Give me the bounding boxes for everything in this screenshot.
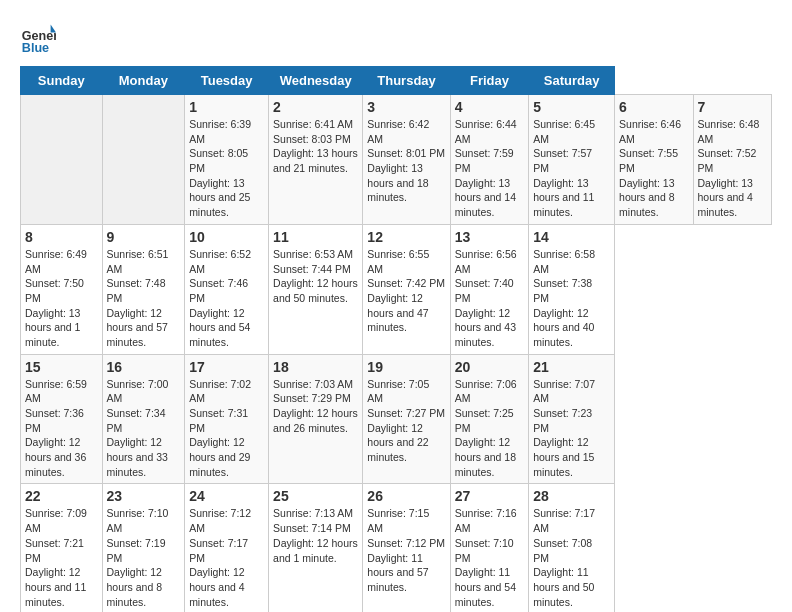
day-number: 7: [698, 99, 768, 115]
day-number: 13: [455, 229, 524, 245]
calendar-day-cell: 22 Sunrise: 7:09 AMSunset: 7:21 PMDaylig…: [21, 484, 103, 612]
day-content: Sunrise: 7:10 AMSunset: 7:19 PMDaylight:…: [107, 506, 181, 609]
calendar-day-cell: 16 Sunrise: 7:00 AMSunset: 7:34 PMDaylig…: [102, 354, 185, 484]
calendar-day-cell: 3 Sunrise: 6:42 AMSunset: 8:01 PMDayligh…: [363, 95, 450, 225]
weekday-header: Monday: [102, 67, 185, 95]
calendar-day-cell: 14 Sunrise: 6:58 AMSunset: 7:38 PMDaylig…: [529, 224, 615, 354]
weekday-header: Wednesday: [269, 67, 363, 95]
calendar-body: 1 Sunrise: 6:39 AMSunset: 8:05 PMDayligh…: [21, 95, 772, 613]
day-number: 28: [533, 488, 610, 504]
day-number: 9: [107, 229, 181, 245]
calendar-day-cell: [21, 95, 103, 225]
day-number: 20: [455, 359, 524, 375]
day-content: Sunrise: 7:06 AMSunset: 7:25 PMDaylight:…: [455, 377, 524, 480]
day-content: Sunrise: 6:45 AMSunset: 7:57 PMDaylight:…: [533, 117, 610, 220]
day-number: 2: [273, 99, 358, 115]
day-content: Sunrise: 6:39 AMSunset: 8:05 PMDaylight:…: [189, 117, 264, 220]
day-number: 1: [189, 99, 264, 115]
day-number: 17: [189, 359, 264, 375]
calendar-day-cell: 20 Sunrise: 7:06 AMSunset: 7:25 PMDaylig…: [450, 354, 528, 484]
calendar-day-cell: 25 Sunrise: 7:13 AMSunset: 7:14 PMDaylig…: [269, 484, 363, 612]
day-number: 10: [189, 229, 264, 245]
calendar-header-row: SundayMondayTuesdayWednesdayThursdayFrid…: [21, 67, 772, 95]
day-content: Sunrise: 6:53 AMSunset: 7:44 PMDaylight:…: [273, 247, 358, 306]
calendar-day-cell: 2 Sunrise: 6:41 AMSunset: 8:03 PMDayligh…: [269, 95, 363, 225]
calendar-day-cell: 10 Sunrise: 6:52 AMSunset: 7:46 PMDaylig…: [185, 224, 269, 354]
day-number: 23: [107, 488, 181, 504]
day-content: Sunrise: 7:05 AMSunset: 7:27 PMDaylight:…: [367, 377, 445, 465]
weekday-header: Sunday: [21, 67, 103, 95]
calendar-day-cell: 15 Sunrise: 6:59 AMSunset: 7:36 PMDaylig…: [21, 354, 103, 484]
day-number: 22: [25, 488, 98, 504]
day-number: 25: [273, 488, 358, 504]
day-number: 3: [367, 99, 445, 115]
calendar-day-cell: 4 Sunrise: 6:44 AMSunset: 7:59 PMDayligh…: [450, 95, 528, 225]
day-content: Sunrise: 7:15 AMSunset: 7:12 PMDaylight:…: [367, 506, 445, 594]
calendar-day-cell: [102, 95, 185, 225]
weekday-header: Tuesday: [185, 67, 269, 95]
calendar-day-cell: 7 Sunrise: 6:48 AMSunset: 7:52 PMDayligh…: [693, 95, 772, 225]
logo-icon: General Blue: [20, 20, 56, 56]
weekday-header: Saturday: [529, 67, 615, 95]
day-content: Sunrise: 6:58 AMSunset: 7:38 PMDaylight:…: [533, 247, 610, 350]
weekday-header: Thursday: [363, 67, 450, 95]
calendar-day-cell: 21 Sunrise: 7:07 AMSunset: 7:23 PMDaylig…: [529, 354, 615, 484]
calendar-day-cell: 9 Sunrise: 6:51 AMSunset: 7:48 PMDayligh…: [102, 224, 185, 354]
calendar-table: SundayMondayTuesdayWednesdayThursdayFrid…: [20, 66, 772, 612]
calendar-day-cell: 24 Sunrise: 7:12 AMSunset: 7:17 PMDaylig…: [185, 484, 269, 612]
calendar-week-row: 15 Sunrise: 6:59 AMSunset: 7:36 PMDaylig…: [21, 354, 772, 484]
day-number: 15: [25, 359, 98, 375]
day-number: 19: [367, 359, 445, 375]
day-number: 16: [107, 359, 181, 375]
day-number: 24: [189, 488, 264, 504]
day-number: 8: [25, 229, 98, 245]
day-content: Sunrise: 7:07 AMSunset: 7:23 PMDaylight:…: [533, 377, 610, 480]
day-content: Sunrise: 7:02 AMSunset: 7:31 PMDaylight:…: [189, 377, 264, 480]
day-number: 5: [533, 99, 610, 115]
day-content: Sunrise: 6:51 AMSunset: 7:48 PMDaylight:…: [107, 247, 181, 350]
day-number: 12: [367, 229, 445, 245]
day-content: Sunrise: 7:12 AMSunset: 7:17 PMDaylight:…: [189, 506, 264, 609]
calendar-day-cell: 28 Sunrise: 7:17 AMSunset: 7:08 PMDaylig…: [529, 484, 615, 612]
calendar-week-row: 22 Sunrise: 7:09 AMSunset: 7:21 PMDaylig…: [21, 484, 772, 612]
day-number: 18: [273, 359, 358, 375]
day-number: 26: [367, 488, 445, 504]
day-content: Sunrise: 7:09 AMSunset: 7:21 PMDaylight:…: [25, 506, 98, 609]
day-content: Sunrise: 6:55 AMSunset: 7:42 PMDaylight:…: [367, 247, 445, 335]
day-content: Sunrise: 6:41 AMSunset: 8:03 PMDaylight:…: [273, 117, 358, 176]
svg-text:Blue: Blue: [22, 41, 49, 55]
day-content: Sunrise: 6:48 AMSunset: 7:52 PMDaylight:…: [698, 117, 768, 220]
day-content: Sunrise: 7:17 AMSunset: 7:08 PMDaylight:…: [533, 506, 610, 609]
calendar-day-cell: 26 Sunrise: 7:15 AMSunset: 7:12 PMDaylig…: [363, 484, 450, 612]
day-content: Sunrise: 6:52 AMSunset: 7:46 PMDaylight:…: [189, 247, 264, 350]
calendar-day-cell: 27 Sunrise: 7:16 AMSunset: 7:10 PMDaylig…: [450, 484, 528, 612]
calendar-day-cell: 12 Sunrise: 6:55 AMSunset: 7:42 PMDaylig…: [363, 224, 450, 354]
day-content: Sunrise: 7:03 AMSunset: 7:29 PMDaylight:…: [273, 377, 358, 436]
day-content: Sunrise: 7:00 AMSunset: 7:34 PMDaylight:…: [107, 377, 181, 480]
day-number: 4: [455, 99, 524, 115]
calendar-week-row: 1 Sunrise: 6:39 AMSunset: 8:05 PMDayligh…: [21, 95, 772, 225]
day-content: Sunrise: 6:46 AMSunset: 7:55 PMDaylight:…: [619, 117, 688, 220]
calendar-day-cell: 11 Sunrise: 6:53 AMSunset: 7:44 PMDaylig…: [269, 224, 363, 354]
day-content: Sunrise: 6:44 AMSunset: 7:59 PMDaylight:…: [455, 117, 524, 220]
day-number: 11: [273, 229, 358, 245]
calendar-day-cell: 5 Sunrise: 6:45 AMSunset: 7:57 PMDayligh…: [529, 95, 615, 225]
day-content: Sunrise: 6:49 AMSunset: 7:50 PMDaylight:…: [25, 247, 98, 350]
day-number: 21: [533, 359, 610, 375]
calendar-day-cell: 19 Sunrise: 7:05 AMSunset: 7:27 PMDaylig…: [363, 354, 450, 484]
day-number: 14: [533, 229, 610, 245]
day-number: 6: [619, 99, 688, 115]
calendar-day-cell: 8 Sunrise: 6:49 AMSunset: 7:50 PMDayligh…: [21, 224, 103, 354]
weekday-header: Friday: [450, 67, 528, 95]
calendar-week-row: 8 Sunrise: 6:49 AMSunset: 7:50 PMDayligh…: [21, 224, 772, 354]
day-content: Sunrise: 7:16 AMSunset: 7:10 PMDaylight:…: [455, 506, 524, 609]
day-content: Sunrise: 6:56 AMSunset: 7:40 PMDaylight:…: [455, 247, 524, 350]
calendar-day-cell: 6 Sunrise: 6:46 AMSunset: 7:55 PMDayligh…: [615, 95, 693, 225]
page-header: General Blue: [20, 20, 772, 56]
calendar-day-cell: 1 Sunrise: 6:39 AMSunset: 8:05 PMDayligh…: [185, 95, 269, 225]
day-content: Sunrise: 6:59 AMSunset: 7:36 PMDaylight:…: [25, 377, 98, 480]
calendar-day-cell: 23 Sunrise: 7:10 AMSunset: 7:19 PMDaylig…: [102, 484, 185, 612]
day-content: Sunrise: 7:13 AMSunset: 7:14 PMDaylight:…: [273, 506, 358, 565]
calendar-day-cell: 18 Sunrise: 7:03 AMSunset: 7:29 PMDaylig…: [269, 354, 363, 484]
day-number: 27: [455, 488, 524, 504]
